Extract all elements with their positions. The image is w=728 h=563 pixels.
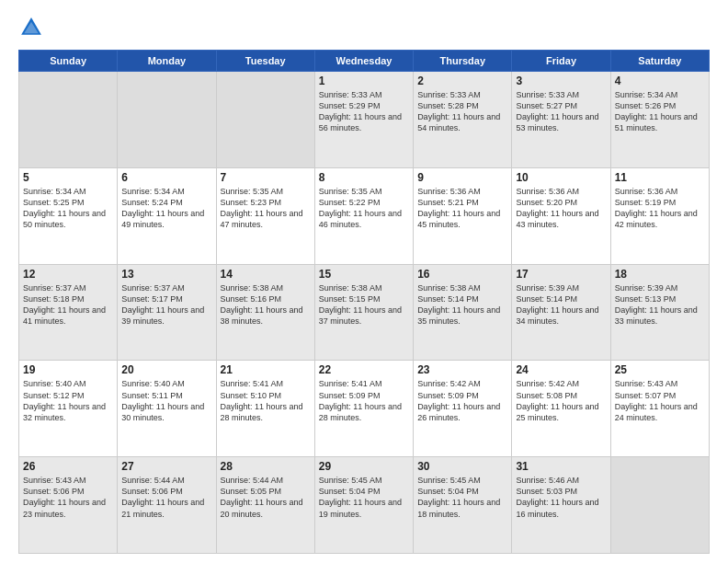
cell-sun-info: Sunrise: 5:37 AM Sunset: 5:18 PM Dayligh… xyxy=(23,282,113,327)
weekday-header-friday: Friday xyxy=(512,51,610,72)
cell-sun-info: Sunrise: 5:35 AM Sunset: 5:23 PM Dayligh… xyxy=(221,186,311,231)
calendar-cell: 23Sunrise: 5:42 AM Sunset: 5:09 PM Dayli… xyxy=(414,361,512,457)
weekday-header-sunday: Sunday xyxy=(19,51,118,72)
calendar-cell: 17Sunrise: 5:39 AM Sunset: 5:14 PM Dayli… xyxy=(512,264,610,361)
day-number: 23 xyxy=(417,363,507,376)
calendar-cell: 12Sunrise: 5:37 AM Sunset: 5:18 PM Dayli… xyxy=(19,264,118,361)
day-number: 9 xyxy=(417,171,507,184)
calendar-week-row: 12Sunrise: 5:37 AM Sunset: 5:18 PM Dayli… xyxy=(19,264,710,361)
calendar-week-row: 1Sunrise: 5:33 AM Sunset: 5:29 PM Daylig… xyxy=(19,72,710,168)
day-number: 5 xyxy=(23,171,113,184)
day-number: 20 xyxy=(121,363,211,376)
calendar-cell: 27Sunrise: 5:44 AM Sunset: 5:06 PM Dayli… xyxy=(118,457,216,554)
day-number: 26 xyxy=(23,460,113,473)
calendar-cell: 8Sunrise: 5:35 AM Sunset: 5:22 PM Daylig… xyxy=(314,167,413,264)
calendar-cell: 28Sunrise: 5:44 AM Sunset: 5:05 PM Dayli… xyxy=(216,457,314,554)
calendar-week-row: 5Sunrise: 5:34 AM Sunset: 5:25 PM Daylig… xyxy=(19,167,710,264)
day-number: 31 xyxy=(516,460,606,473)
cell-sun-info: Sunrise: 5:36 AM Sunset: 5:20 PM Dayligh… xyxy=(516,186,606,231)
cell-sun-info: Sunrise: 5:33 AM Sunset: 5:27 PM Dayligh… xyxy=(516,89,606,134)
day-number: 7 xyxy=(221,171,311,184)
day-number: 14 xyxy=(221,268,311,281)
calendar-cell: 2Sunrise: 5:33 AM Sunset: 5:28 PM Daylig… xyxy=(414,72,512,168)
day-number: 27 xyxy=(121,460,211,473)
day-number: 10 xyxy=(516,171,606,184)
day-number: 4 xyxy=(615,75,705,87)
cell-sun-info: Sunrise: 5:44 AM Sunset: 5:05 PM Dayligh… xyxy=(221,475,311,520)
cell-sun-info: Sunrise: 5:38 AM Sunset: 5:15 PM Dayligh… xyxy=(319,282,409,327)
logo-icon xyxy=(18,15,44,40)
calendar-cell xyxy=(19,72,118,168)
cell-sun-info: Sunrise: 5:43 AM Sunset: 5:07 PM Dayligh… xyxy=(615,378,705,423)
day-number: 19 xyxy=(23,363,113,376)
calendar-cell: 9Sunrise: 5:36 AM Sunset: 5:21 PM Daylig… xyxy=(414,167,512,264)
cell-sun-info: Sunrise: 5:36 AM Sunset: 5:21 PM Dayligh… xyxy=(417,186,507,231)
calendar-cell: 30Sunrise: 5:45 AM Sunset: 5:04 PM Dayli… xyxy=(414,457,512,554)
day-number: 15 xyxy=(319,268,409,281)
logo xyxy=(18,15,50,40)
cell-sun-info: Sunrise: 5:38 AM Sunset: 5:14 PM Dayligh… xyxy=(417,282,507,327)
cell-sun-info: Sunrise: 5:33 AM Sunset: 5:29 PM Dayligh… xyxy=(319,89,409,134)
cell-sun-info: Sunrise: 5:41 AM Sunset: 5:09 PM Dayligh… xyxy=(319,378,409,423)
page: SundayMondayTuesdayWednesdayThursdayFrid… xyxy=(0,0,728,563)
calendar-table: SundayMondayTuesdayWednesdayThursdayFrid… xyxy=(18,50,710,554)
day-number: 16 xyxy=(417,268,507,281)
cell-sun-info: Sunrise: 5:42 AM Sunset: 5:09 PM Dayligh… xyxy=(417,378,507,423)
cell-sun-info: Sunrise: 5:34 AM Sunset: 5:24 PM Dayligh… xyxy=(121,186,211,231)
cell-sun-info: Sunrise: 5:36 AM Sunset: 5:19 PM Dayligh… xyxy=(615,186,705,231)
weekday-header-thursday: Thursday xyxy=(414,51,512,72)
day-number: 25 xyxy=(615,363,705,376)
day-number: 2 xyxy=(417,75,507,87)
calendar-cell: 11Sunrise: 5:36 AM Sunset: 5:19 PM Dayli… xyxy=(610,167,709,264)
cell-sun-info: Sunrise: 5:45 AM Sunset: 5:04 PM Dayligh… xyxy=(319,475,409,520)
calendar-cell: 21Sunrise: 5:41 AM Sunset: 5:10 PM Dayli… xyxy=(216,361,314,457)
cell-sun-info: Sunrise: 5:40 AM Sunset: 5:11 PM Dayligh… xyxy=(121,378,211,423)
calendar-cell: 13Sunrise: 5:37 AM Sunset: 5:17 PM Dayli… xyxy=(118,264,216,361)
calendar-cell: 16Sunrise: 5:38 AM Sunset: 5:14 PM Dayli… xyxy=(414,264,512,361)
calendar-cell: 14Sunrise: 5:38 AM Sunset: 5:16 PM Dayli… xyxy=(216,264,314,361)
cell-sun-info: Sunrise: 5:46 AM Sunset: 5:03 PM Dayligh… xyxy=(516,475,606,520)
calendar-cell: 25Sunrise: 5:43 AM Sunset: 5:07 PM Dayli… xyxy=(610,361,709,457)
weekday-header-monday: Monday xyxy=(118,51,216,72)
calendar-cell: 24Sunrise: 5:42 AM Sunset: 5:08 PM Dayli… xyxy=(512,361,610,457)
cell-sun-info: Sunrise: 5:39 AM Sunset: 5:14 PM Dayligh… xyxy=(516,282,606,327)
cell-sun-info: Sunrise: 5:34 AM Sunset: 5:25 PM Dayligh… xyxy=(23,186,113,231)
calendar-cell: 5Sunrise: 5:34 AM Sunset: 5:25 PM Daylig… xyxy=(19,167,118,264)
calendar-week-row: 19Sunrise: 5:40 AM Sunset: 5:12 PM Dayli… xyxy=(19,361,710,457)
calendar-cell: 10Sunrise: 5:36 AM Sunset: 5:20 PM Dayli… xyxy=(512,167,610,264)
day-number: 21 xyxy=(221,363,311,376)
calendar-cell: 20Sunrise: 5:40 AM Sunset: 5:11 PM Dayli… xyxy=(118,361,216,457)
cell-sun-info: Sunrise: 5:41 AM Sunset: 5:10 PM Dayligh… xyxy=(221,378,311,423)
day-number: 13 xyxy=(121,268,211,281)
weekday-header-row: SundayMondayTuesdayWednesdayThursdayFrid… xyxy=(19,51,710,72)
calendar-cell: 4Sunrise: 5:34 AM Sunset: 5:26 PM Daylig… xyxy=(610,72,709,168)
calendar-cell: 7Sunrise: 5:35 AM Sunset: 5:23 PM Daylig… xyxy=(216,167,314,264)
calendar-cell: 1Sunrise: 5:33 AM Sunset: 5:29 PM Daylig… xyxy=(314,72,413,168)
calendar-cell xyxy=(610,457,709,554)
calendar-cell: 26Sunrise: 5:43 AM Sunset: 5:06 PM Dayli… xyxy=(19,457,118,554)
cell-sun-info: Sunrise: 5:34 AM Sunset: 5:26 PM Dayligh… xyxy=(615,89,705,134)
cell-sun-info: Sunrise: 5:45 AM Sunset: 5:04 PM Dayligh… xyxy=(417,475,507,520)
day-number: 28 xyxy=(221,460,311,473)
calendar-cell: 22Sunrise: 5:41 AM Sunset: 5:09 PM Dayli… xyxy=(314,361,413,457)
day-number: 22 xyxy=(319,363,409,376)
day-number: 30 xyxy=(417,460,507,473)
day-number: 12 xyxy=(23,268,113,281)
cell-sun-info: Sunrise: 5:43 AM Sunset: 5:06 PM Dayligh… xyxy=(23,475,113,520)
cell-sun-info: Sunrise: 5:33 AM Sunset: 5:28 PM Dayligh… xyxy=(417,89,507,134)
calendar-cell xyxy=(216,72,314,168)
day-number: 3 xyxy=(516,75,606,87)
day-number: 24 xyxy=(516,363,606,376)
weekday-header-saturday: Saturday xyxy=(610,51,709,72)
calendar-cell: 15Sunrise: 5:38 AM Sunset: 5:15 PM Dayli… xyxy=(314,264,413,361)
cell-sun-info: Sunrise: 5:44 AM Sunset: 5:06 PM Dayligh… xyxy=(121,475,211,520)
calendar-cell: 18Sunrise: 5:39 AM Sunset: 5:13 PM Dayli… xyxy=(610,264,709,361)
day-number: 11 xyxy=(615,171,705,184)
cell-sun-info: Sunrise: 5:37 AM Sunset: 5:17 PM Dayligh… xyxy=(121,282,211,327)
calendar-cell: 29Sunrise: 5:45 AM Sunset: 5:04 PM Dayli… xyxy=(314,457,413,554)
weekday-header-tuesday: Tuesday xyxy=(216,51,314,72)
calendar-cell: 6Sunrise: 5:34 AM Sunset: 5:24 PM Daylig… xyxy=(118,167,216,264)
cell-sun-info: Sunrise: 5:35 AM Sunset: 5:22 PM Dayligh… xyxy=(319,186,409,231)
header xyxy=(18,15,710,40)
calendar-cell: 19Sunrise: 5:40 AM Sunset: 5:12 PM Dayli… xyxy=(19,361,118,457)
